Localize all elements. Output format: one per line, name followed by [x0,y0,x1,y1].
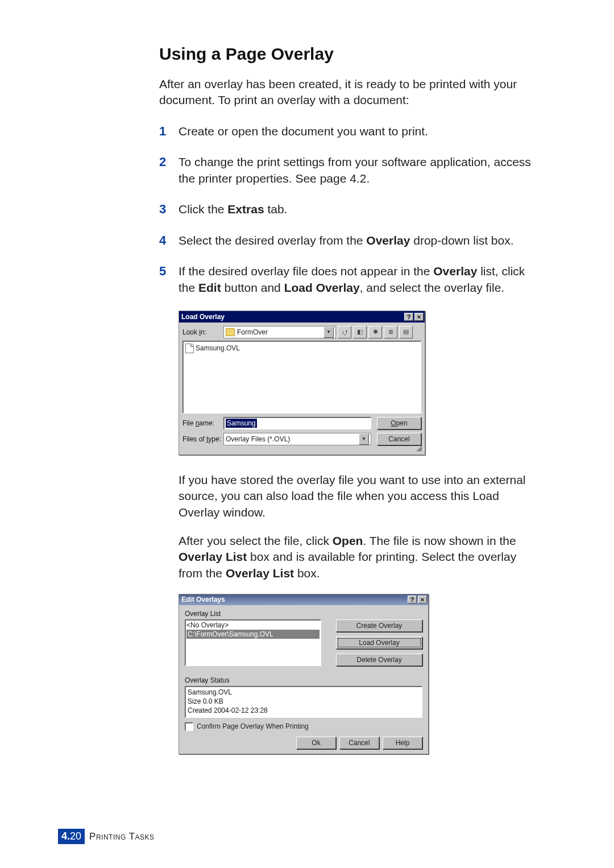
step-body: Click the Extras tab. [179,201,287,217]
chevron-down-icon[interactable] [359,433,369,445]
page-footer: 4.20 Printing Tasks [58,829,155,844]
step-number: 2 [159,154,179,171]
open-button[interactable]: Open [377,417,421,429]
text: If the desired overlay file does not app… [179,264,433,278]
ok-button[interactable]: Ok [296,737,336,749]
edit-overlays-dialog: Edit Overlays ? × Overlay List <No Overl… [179,594,429,754]
titlebar: Edit Overlays ? × [179,594,428,605]
bold-term: Edit [198,281,221,294]
list-item-selected[interactable]: C:\FormOver\Samsung.OVL [186,630,320,639]
text: Click the [179,202,227,216]
step-body: Create or open the document you want to … [179,123,428,139]
filename-input[interactable]: Samsung [223,417,371,429]
text: Select the desired overlay from the [179,234,366,247]
bold-term: Overlay List [179,550,247,563]
overlay-listbox[interactable]: <No Overlay> C:\FormOver\Samsung.OVL [185,619,321,666]
file-list[interactable]: Samsung.OVL [182,341,421,414]
folder-up-icon[interactable]: ⮍ [338,326,351,338]
list-view-icon[interactable]: ≣ [384,326,397,338]
create-overlay-button[interactable]: Create Overlay [336,619,422,632]
status-line: Size 0.0 KB [188,697,420,706]
section-name: Printing Tasks [89,831,155,842]
steps-list: 1 Create or open the document you want t… [159,123,569,296]
help-button[interactable]: ? [404,313,413,321]
intro-paragraph: After an overlay has been created, it is… [159,76,534,109]
status-line: Samsung.OVL [188,688,420,697]
bold-term: Overlay List [226,567,294,580]
dialog-title: Load Overlay [181,313,225,321]
file-icon [185,344,194,353]
overlay-list-label: Overlay List [185,610,422,618]
dialog-title: Edit Overlays [181,596,225,604]
text: drop-down list box. [410,234,513,247]
load-overlay-dialog: Load Overlay ? × Look in: FormOver ⮍ ◧ ✱… [179,311,425,455]
list-item[interactable]: <No Overlay> [186,621,320,629]
bold-term: Extras [227,202,264,216]
delete-overlay-button[interactable]: Delete Overlay [336,654,422,666]
step-body: If the desired overlay file does not app… [179,263,542,296]
overlay-status-box: Samsung.OVL Size 0.0 KB Created 2004-02-… [185,686,422,718]
step-number: 4 [159,233,179,249]
cancel-button[interactable]: Cancel [377,433,421,445]
text: tab. [264,202,288,216]
filename-value: Samsung [226,419,257,428]
step-number: 3 [159,201,179,218]
close-button[interactable]: × [414,313,424,321]
status-line: Created 2004-02-12 23:28 [188,706,420,715]
filename-label: File name: [182,419,223,427]
help-button[interactable]: ? [408,596,417,604]
checkbox-label: Confirm Page Overlay When Printing [197,722,309,730]
overlay-status-label: Overlay Status [185,676,422,684]
folder-icon [226,328,235,336]
page-title: Using a Page Overlay [159,44,569,64]
page-number-badge: 4.20 [58,829,85,844]
cancel-button[interactable]: Cancel [339,737,379,749]
titlebar: Load Overlay ? × [179,311,425,323]
paragraph: If you have stored the overlay file you … [179,472,542,520]
look-in-combo[interactable]: FormOver [223,326,336,338]
step-body: Select the desired overlay from the Over… [179,233,514,249]
text: . [366,172,370,185]
confirm-overlay-checkbox[interactable]: Confirm Page Overlay When Printing [185,722,422,731]
bold-term: Open [333,534,363,547]
close-button[interactable]: × [418,596,427,604]
filetype-label: Files of type: [182,435,223,443]
filetype-combo[interactable]: Overlay Files (*.OVL) [223,433,371,445]
details-view-icon[interactable]: ▤ [399,326,413,338]
bold-term: Overlay [366,234,410,247]
text: After you select the file, click [179,534,333,547]
new-folder-icon[interactable]: ✱ [368,326,382,338]
load-overlay-button[interactable]: Load Overlay [336,636,422,649]
text: , and select the overlay file. [360,281,504,294]
resize-grip-icon[interactable]: ◢ [182,445,421,451]
page-reference-link[interactable]: page 4.2 [320,172,367,185]
file-item[interactable]: Samsung.OVL [196,344,240,352]
desktop-icon[interactable]: ◧ [353,326,367,338]
page: Using a Page Overlay After an overlay ha… [0,0,614,868]
bold-term: Load Overlay [284,281,360,294]
checkbox-icon[interactable] [185,722,193,731]
text: box. [294,567,320,580]
step-number: 1 [159,123,179,140]
chevron-down-icon[interactable] [323,326,334,338]
bold-term: Overlay [433,264,477,278]
look-in-value: FormOver [237,328,321,336]
step-number: 5 [159,263,179,280]
text: button and [221,281,284,294]
text: . The file is now shown in the [363,534,516,547]
help-button[interactable]: Help [383,737,422,749]
look-in-label: Look in: [182,328,223,336]
paragraph: After you select the file, click Open. T… [179,533,542,581]
filetype-value: Overlay Files (*.OVL) [226,435,356,443]
step-body: To change the print settings from your s… [179,154,542,187]
